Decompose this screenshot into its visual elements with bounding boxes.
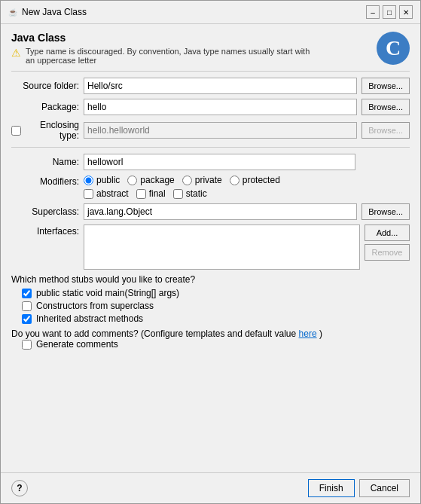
constructors-checkbox[interactable] [22, 301, 32, 311]
final-label: final [149, 188, 166, 199]
title-bar-controls: – □ ✕ [366, 5, 413, 19]
superclass-browse-button[interactable]: Browse... [362, 203, 410, 220]
source-folder-browse-button[interactable]: Browse... [362, 78, 410, 94]
radio-package: package [127, 175, 174, 185]
comments-question: Do you want to add comments? (Configure … [11, 328, 296, 339]
inherited-checkbox[interactable] [22, 314, 32, 324]
method-stub-main: public static void main(String[] args) [22, 288, 410, 298]
interfaces-buttons: Add... Remove [365, 225, 410, 261]
title-bar-left: ☕ New Java Class [8, 7, 87, 17]
enclosing-type-browse-button[interactable]: Browse... [362, 122, 410, 139]
radio-public-label: public [96, 175, 120, 185]
checkbox-static: static [173, 188, 207, 199]
radio-protected: protected [230, 175, 280, 185]
static-checkbox[interactable] [173, 189, 183, 199]
interfaces-row: Interfaces: Add... Remove [11, 225, 410, 270]
header-section: Java Class ⚠ Type name is discouraged. B… [11, 32, 410, 65]
radio-package-label: package [140, 175, 174, 185]
title-bar: ☕ New Java Class – □ ✕ [1, 1, 420, 24]
new-java-class-dialog: ☕ New Java Class – □ ✕ Java Class ⚠ Type… [0, 0, 421, 504]
modifiers-section: public package private protected [84, 175, 410, 199]
header-left: Java Class ⚠ Type name is discouraged. B… [11, 32, 313, 65]
superclass-input[interactable] [84, 203, 357, 220]
method-stub-inherited: Inherited abstract methods [22, 313, 410, 324]
checkbox-final: final [136, 188, 166, 199]
comments-question-row: Do you want to add comments? (Configure … [11, 328, 410, 339]
header-title: Java Class [11, 32, 313, 44]
static-label: static [186, 188, 207, 199]
interfaces-area[interactable] [84, 225, 360, 270]
maximize-button[interactable]: □ [383, 5, 396, 19]
radio-protected-label: protected [243, 175, 280, 185]
close-button[interactable]: ✕ [399, 5, 413, 19]
generate-comments-checkbox[interactable] [22, 340, 32, 350]
superclass-label: Superclass: [11, 206, 79, 217]
inherited-label: Inherited abstract methods [36, 313, 143, 324]
java-icon: ☕ [8, 8, 17, 17]
name-label: Name: [11, 157, 79, 167]
radio-public: public [84, 175, 120, 185]
dialog-content: Java Class ⚠ Type name is discouraged. B… [1, 24, 420, 472]
enclosing-type-checkbox[interactable] [11, 126, 21, 136]
main-method-label: public static void main(String[] args) [36, 288, 179, 298]
constructors-label: Constructors from superclass [36, 301, 154, 311]
eclipse-logo: C [377, 32, 410, 65]
help-button[interactable]: ? [11, 480, 28, 496]
radio-private-input[interactable] [182, 176, 192, 185]
dialog-title: New Java Class [22, 7, 87, 17]
final-checkbox[interactable] [136, 189, 146, 199]
enclosing-type-input[interactable] [84, 122, 357, 139]
finish-button[interactable]: Finish [308, 479, 355, 497]
dialog-footer: ? Finish Cancel [1, 472, 420, 503]
radio-public-input[interactable] [84, 176, 93, 185]
cancel-button[interactable]: Cancel [359, 479, 410, 497]
warning-icon: ⚠ [11, 47, 21, 59]
modifiers-row: Modifiers: public package private [11, 175, 410, 199]
package-input[interactable] [84, 99, 357, 115]
remove-interface-button[interactable]: Remove [365, 244, 410, 261]
generate-comments-row: Generate comments [22, 339, 410, 350]
warning-text: Type name is discouraged. By convention,… [26, 47, 313, 65]
name-row: Name: [11, 154, 410, 170]
radio-private: private [182, 175, 222, 185]
name-input[interactable] [84, 154, 355, 170]
main-method-checkbox[interactable] [22, 289, 32, 298]
checkbox-abstract: abstract [84, 188, 129, 199]
method-stubs-question: Which method stubs would you like to cre… [11, 274, 410, 285]
radio-package-input[interactable] [127, 176, 137, 185]
enclosing-type-row: Enclosing type: Browse... [11, 120, 410, 141]
enclosing-type-label: Enclosing type: [24, 120, 79, 141]
modifiers-label: Modifiers: [11, 175, 79, 187]
modifiers-extra-row: abstract final static [84, 188, 410, 199]
minimize-button[interactable]: – [366, 5, 380, 19]
package-row: Package: Browse... [11, 99, 410, 115]
add-interface-button[interactable]: Add... [365, 225, 410, 241]
divider-1 [11, 71, 410, 72]
package-label: Package: [11, 102, 79, 112]
source-folder-input[interactable] [84, 78, 357, 94]
enclosing-type-label-cell: Enclosing type: [11, 120, 79, 141]
superclass-row: Superclass: Browse... [11, 203, 410, 220]
modifiers-access-row: public package private protected [84, 175, 410, 185]
abstract-label: abstract [96, 188, 129, 199]
divider-2 [11, 147, 410, 148]
radio-private-label: private [195, 175, 222, 185]
comments-link[interactable]: here [299, 328, 317, 339]
source-folder-label: Source folder: [11, 81, 79, 91]
method-stub-constructors: Constructors from superclass [22, 301, 410, 311]
package-browse-button[interactable]: Browse... [362, 99, 410, 115]
interfaces-label: Interfaces: [11, 225, 79, 237]
radio-protected-input[interactable] [230, 176, 239, 185]
warning-box: ⚠ Type name is discouraged. By conventio… [11, 47, 313, 65]
comments-after-link: ) [319, 328, 322, 339]
generate-comments-label: Generate comments [36, 339, 118, 350]
abstract-checkbox[interactable] [84, 189, 93, 199]
source-folder-row: Source folder: Browse... [11, 78, 410, 94]
